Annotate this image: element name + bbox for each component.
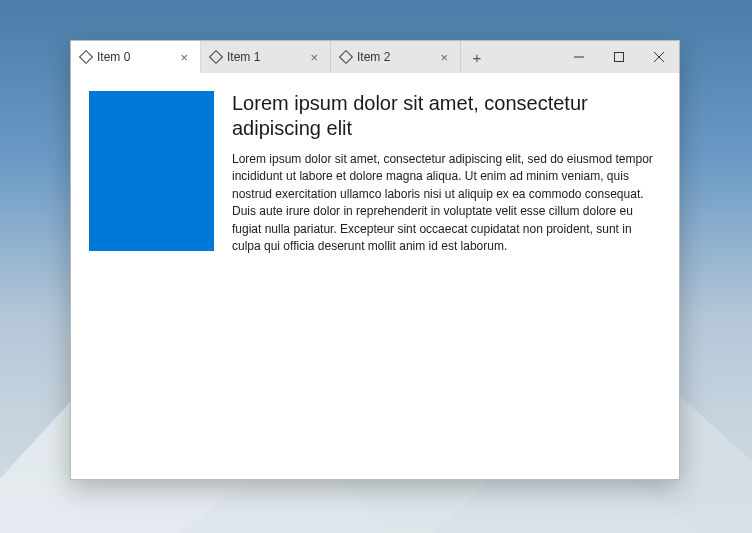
close-window-button[interactable]: [639, 41, 679, 73]
maximize-button[interactable]: [599, 41, 639, 73]
tab-item-1[interactable]: Item 1 ×: [201, 41, 331, 73]
tab-label: Item 0: [97, 50, 170, 64]
content-heading: Lorem ipsum dolor sit amet, consectetur …: [232, 91, 655, 141]
content-image-placeholder: [89, 91, 214, 251]
app-window: Item 0 × Item 1 × Item 2 × +: [70, 40, 680, 480]
plus-icon: +: [473, 49, 482, 66]
minimize-button[interactable]: [559, 41, 599, 73]
svg-rect-1: [615, 53, 624, 62]
tab-label: Item 1: [227, 50, 300, 64]
new-tab-button[interactable]: +: [461, 41, 493, 73]
window-controls: [559, 41, 679, 73]
diamond-icon: [209, 50, 223, 64]
titlebar: Item 0 × Item 1 × Item 2 × +: [71, 41, 679, 73]
close-tab-icon[interactable]: ×: [436, 51, 452, 64]
diamond-icon: [339, 50, 353, 64]
content-text: Lorem ipsum dolor sit amet, consectetur …: [232, 91, 655, 461]
content-body: Lorem ipsum dolor sit amet, consectetur …: [232, 151, 655, 255]
diamond-icon: [79, 50, 93, 64]
tab-item-0[interactable]: Item 0 ×: [71, 41, 201, 73]
tab-label: Item 2: [357, 50, 430, 64]
tab-strip: Item 0 × Item 1 × Item 2 × +: [71, 41, 559, 73]
close-tab-icon[interactable]: ×: [176, 51, 192, 64]
tab-item-2[interactable]: Item 2 ×: [331, 41, 461, 73]
content-area: Lorem ipsum dolor sit amet, consectetur …: [71, 73, 679, 479]
close-tab-icon[interactable]: ×: [306, 51, 322, 64]
